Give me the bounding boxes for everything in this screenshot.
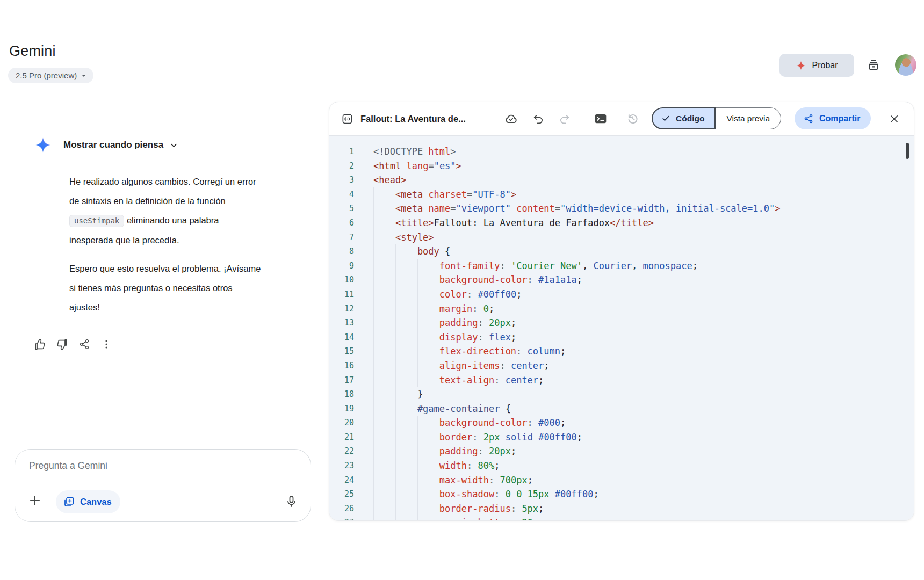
line-number: 16 <box>329 359 354 373</box>
canvas-chip-label: Canvas <box>80 497 112 507</box>
assistant-paragraph: He realizado algunos cambios. Corregí un… <box>69 172 264 250</box>
document-title[interactable]: Fallout: La Aventura de... <box>360 114 466 124</box>
close-icon <box>889 113 900 125</box>
share-icon <box>78 338 90 350</box>
chevron-down-icon <box>170 141 178 149</box>
line-number: 14 <box>329 330 354 345</box>
message-actions <box>29 334 117 354</box>
code-lines: 1<!DOCTYPE html>2<html lang="es">3<head>… <box>329 144 914 520</box>
thumb-up-button[interactable] <box>29 334 51 354</box>
line-number: 23 <box>329 459 354 473</box>
model-selector-label: 2.5 Pro (preview) <box>16 71 77 80</box>
share-button[interactable]: Compartir <box>795 107 871 129</box>
line-number: 21 <box>329 430 354 445</box>
inline-code-chip: useStimpak <box>69 215 124 227</box>
line-number: 17 <box>329 373 354 388</box>
spark-icon <box>796 60 806 71</box>
app-title: Gemini <box>9 43 56 60</box>
line-number: 12 <box>329 302 354 316</box>
code-line: 3<head> <box>329 173 914 187</box>
assistant-paragraph: Espero que esto resuelva el problema. ¡A… <box>69 259 264 317</box>
code-line: 7<style> <box>329 230 914 245</box>
add-attachment-button[interactable] <box>25 490 45 511</box>
line-number: 13 <box>329 316 354 330</box>
code-line: 13padding: 20px; <box>329 316 914 330</box>
code-line: 14display: flex; <box>329 330 914 345</box>
canvas-panel-header: Fallout: La Aventura de... <box>329 102 914 135</box>
line-number: 26 <box>329 502 354 516</box>
code-line: 23width: 80%; <box>329 459 914 473</box>
code-line: 22padding: 20px; <box>329 444 914 459</box>
more-options-button[interactable] <box>95 334 117 354</box>
cloud-saved-button[interactable] <box>501 109 521 128</box>
tab-code-label: Código <box>676 114 704 124</box>
line-number: 24 <box>329 473 354 488</box>
code-line: 19#game-container { <box>329 402 914 416</box>
code-scrollbar-thumb[interactable] <box>906 143 909 159</box>
gemini-sparkle-icon <box>34 136 52 154</box>
code-line: 8body { <box>329 244 914 259</box>
undo-button[interactable] <box>528 109 547 128</box>
code-editor[interactable]: 1<!DOCTYPE html>2<html lang="es">3<head>… <box>329 135 914 520</box>
show-thinking-toggle[interactable]: Mostrar cuando piensa <box>34 136 178 154</box>
tab-preview-label: Vista previa <box>726 114 770 124</box>
activity-button[interactable] <box>865 57 882 74</box>
line-number: 5 <box>329 201 354 216</box>
line-number: 22 <box>329 444 354 459</box>
line-number: 2 <box>329 159 354 173</box>
line-number: 7 <box>329 230 354 245</box>
redo-button[interactable] <box>555 109 574 128</box>
line-number: 15 <box>329 344 354 359</box>
line-number: 6 <box>329 216 354 230</box>
terminal-button[interactable] <box>591 109 610 128</box>
mic-button[interactable] <box>280 490 302 512</box>
code-line: 4<meta charset="UTF-8"> <box>329 187 914 202</box>
code-file-icon <box>341 113 353 125</box>
terminal-icon <box>594 112 608 126</box>
code-line: 5<meta name="viewport" content="width=de… <box>329 201 914 216</box>
line-number: 25 <box>329 487 354 502</box>
history-button[interactable] <box>623 109 643 128</box>
code-line: 18} <box>329 387 914 402</box>
line-number: 27 <box>329 516 354 520</box>
history-icon <box>626 112 639 125</box>
try-gemini-button[interactable]: Probar <box>779 54 854 77</box>
code-line: 6<title>Fallout: La Aventura de Farfadox… <box>329 216 914 230</box>
cloud-check-icon <box>504 112 518 126</box>
canvas-panel: Fallout: La Aventura de... <box>329 102 914 521</box>
tab-code[interactable]: Código <box>652 107 716 129</box>
code-line: 17text-align: center; <box>329 373 914 388</box>
avatar[interactable] <box>895 54 916 76</box>
line-number: 19 <box>329 402 354 416</box>
try-gemini-label: Probar <box>812 61 838 70</box>
model-selector[interactable]: 2.5 Pro (preview) <box>8 68 93 83</box>
prompt-input[interactable]: Pregunta a Gemini Canvas <box>15 449 311 522</box>
activity-icon <box>866 58 881 73</box>
line-number: 3 <box>329 173 354 187</box>
code-line: 27margin-bottom: 20px; <box>329 516 914 520</box>
line-number: 4 <box>329 187 354 202</box>
canvas-tool-chip[interactable]: Canvas <box>56 490 120 513</box>
code-line: 26border-radius: 5px; <box>329 502 914 516</box>
code-line: 9font-family: 'Courier New', Courier, mo… <box>329 259 914 273</box>
code-line: 21border: 2px solid #00ff00; <box>329 430 914 445</box>
code-line: 1<!DOCTYPE html> <box>329 144 914 159</box>
line-number: 8 <box>329 244 354 259</box>
check-icon <box>661 114 670 123</box>
code-line: 11color: #00ff00; <box>329 287 914 302</box>
plus-icon <box>28 494 42 508</box>
thumb-down-icon <box>56 338 68 351</box>
code-line: 16align-items: center; <box>329 359 914 373</box>
code-line: 24max-width: 700px; <box>329 473 914 488</box>
share-message-button[interactable] <box>73 334 95 354</box>
line-number: 10 <box>329 273 354 287</box>
close-panel-button[interactable] <box>884 109 904 128</box>
share-icon <box>803 113 814 124</box>
thumb-up-icon <box>34 338 46 351</box>
canvas-icon <box>62 496 75 509</box>
line-number: 9 <box>329 259 354 273</box>
thumb-down-button[interactable] <box>51 334 73 354</box>
prompt-placeholder: Pregunta a Gemini <box>29 460 107 472</box>
code-line: 25box-shadow: 0 0 15px #00ff00; <box>329 487 914 502</box>
tab-preview[interactable]: Vista previa <box>716 107 781 129</box>
